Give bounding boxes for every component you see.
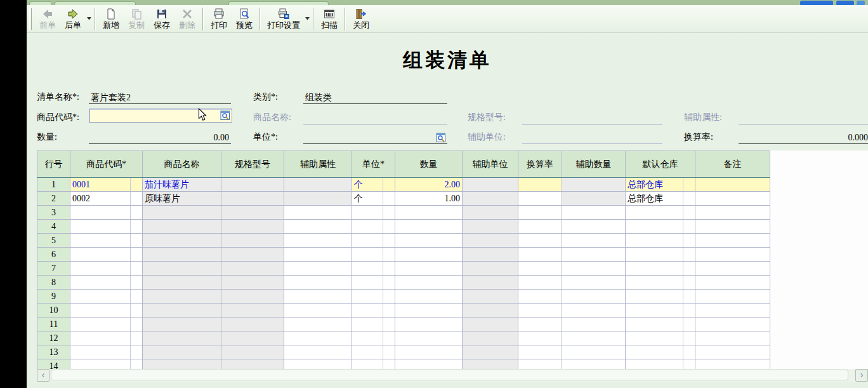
cell-code[interactable] bbox=[70, 206, 143, 220]
cell-warehouse[interactable] bbox=[626, 331, 695, 345]
cell-unit[interactable]: 个 bbox=[352, 192, 395, 206]
cell-qty[interactable] bbox=[395, 206, 463, 220]
cell-row_no[interactable]: 11 bbox=[37, 318, 70, 331]
lookup-magnifier-icon[interactable] bbox=[220, 110, 230, 121]
cell-spec[interactable] bbox=[221, 331, 284, 345]
cell-row_no[interactable]: 1 bbox=[37, 178, 70, 192]
list-name-field[interactable]: 薯片套装2 bbox=[89, 91, 231, 104]
cell-qty[interactable] bbox=[395, 262, 463, 276]
cell-name[interactable]: 原味薯片 bbox=[143, 192, 221, 206]
cell-aux_qty[interactable] bbox=[562, 290, 626, 304]
cell-code[interactable] bbox=[70, 276, 143, 290]
cell-row_no[interactable]: 7 bbox=[37, 262, 70, 276]
cell-unit[interactable] bbox=[352, 262, 395, 276]
cell-unit[interactable] bbox=[352, 276, 395, 290]
cell-name[interactable] bbox=[143, 276, 221, 290]
scrollbar-track[interactable] bbox=[49, 369, 855, 382]
item-code-input[interactable] bbox=[89, 109, 232, 123]
cell-aux_qty[interactable] bbox=[562, 345, 626, 359]
cell-aux_unit[interactable] bbox=[463, 178, 518, 192]
cell-rate[interactable] bbox=[518, 276, 562, 290]
cell-name[interactable] bbox=[143, 206, 221, 220]
cell-unit[interactable] bbox=[352, 304, 395, 318]
cell-aux_unit[interactable] bbox=[463, 192, 518, 206]
cell-warehouse[interactable] bbox=[626, 359, 695, 370]
cell-spec[interactable] bbox=[221, 248, 284, 262]
cell-name[interactable] bbox=[143, 359, 221, 370]
cell-aux_qty[interactable] bbox=[562, 359, 626, 370]
col-header-aux_qty[interactable]: 辅助数量 bbox=[562, 151, 626, 178]
cell-rate[interactable] bbox=[518, 192, 562, 206]
cell-note[interactable] bbox=[695, 220, 770, 234]
cell-rate[interactable] bbox=[518, 290, 562, 304]
cell-rate[interactable] bbox=[518, 220, 562, 234]
print-settings-button[interactable]: 打印设置 bbox=[263, 6, 304, 32]
cell-qty[interactable]: 1.00 bbox=[395, 192, 463, 206]
new-button[interactable]: 新增 bbox=[98, 6, 124, 32]
horizontal-scrollbar[interactable]: ‹ › bbox=[37, 369, 868, 382]
preview-button[interactable]: 预览 bbox=[232, 6, 257, 32]
cell-code[interactable]: 0001 bbox=[70, 178, 143, 192]
cell-qty[interactable] bbox=[395, 331, 463, 345]
next-doc-button[interactable]: 后单 bbox=[60, 6, 86, 32]
col-header-qty[interactable]: 数量 bbox=[395, 151, 463, 178]
unit-lookup-icon[interactable] bbox=[436, 133, 446, 143]
cell-warehouse[interactable] bbox=[626, 318, 695, 331]
print-settings-dropdown[interactable] bbox=[304, 6, 310, 32]
cell-spec[interactable] bbox=[221, 262, 284, 276]
cell-aux_attr[interactable] bbox=[284, 248, 352, 262]
cell-qty[interactable] bbox=[395, 220, 463, 234]
cell-qty[interactable] bbox=[395, 234, 463, 248]
cell-row_no[interactable]: 13 bbox=[37, 345, 70, 359]
cell-rate[interactable] bbox=[518, 331, 562, 345]
scan-button[interactable]: 扫描 bbox=[317, 6, 342, 32]
col-header-aux_unit[interactable]: 辅助单位 bbox=[463, 151, 518, 178]
cell-warehouse[interactable] bbox=[626, 304, 695, 318]
cell-aux_qty[interactable] bbox=[562, 220, 626, 234]
cell-note[interactable] bbox=[695, 262, 770, 276]
cell-name[interactable]: 茄汁味薯片 bbox=[143, 178, 221, 192]
cell-qty[interactable] bbox=[395, 304, 463, 318]
cell-code[interactable] bbox=[70, 220, 143, 234]
cell-row_no[interactable]: 14 bbox=[37, 359, 70, 370]
cell-warehouse[interactable] bbox=[626, 206, 695, 220]
cell-rate[interactable] bbox=[518, 345, 562, 359]
cell-qty[interactable] bbox=[395, 248, 463, 262]
cell-spec[interactable] bbox=[221, 290, 284, 304]
cell-aux_unit[interactable] bbox=[463, 234, 518, 248]
cell-unit[interactable] bbox=[352, 318, 395, 331]
cell-aux_attr[interactable] bbox=[284, 206, 352, 220]
cell-rate[interactable] bbox=[518, 248, 562, 262]
cell-note[interactable] bbox=[695, 345, 770, 359]
cell-note[interactable] bbox=[695, 248, 770, 262]
col-header-spec[interactable]: 规格型号 bbox=[221, 151, 284, 178]
cell-aux_attr[interactable] bbox=[284, 318, 352, 331]
cell-aux_qty[interactable] bbox=[562, 192, 626, 206]
cell-name[interactable] bbox=[143, 318, 221, 331]
cell-aux_unit[interactable] bbox=[463, 206, 518, 220]
cell-spec[interactable] bbox=[221, 234, 284, 248]
cell-rate[interactable] bbox=[518, 359, 562, 370]
cell-note[interactable] bbox=[695, 192, 770, 206]
cell-aux_attr[interactable] bbox=[284, 331, 352, 345]
cell-code[interactable] bbox=[70, 318, 143, 331]
cell-spec[interactable] bbox=[221, 178, 284, 192]
cell-rate[interactable] bbox=[518, 206, 562, 220]
cell-aux_qty[interactable] bbox=[562, 178, 626, 192]
next-doc-dropdown[interactable] bbox=[86, 6, 92, 32]
cell-aux_unit[interactable] bbox=[463, 331, 518, 345]
cell-rate[interactable] bbox=[518, 262, 562, 276]
cell-aux_unit[interactable] bbox=[463, 290, 518, 304]
cell-name[interactable] bbox=[143, 220, 221, 234]
cell-row_no[interactable]: 9 bbox=[37, 290, 70, 304]
col-header-name[interactable]: 商品名称 bbox=[143, 151, 221, 178]
cell-aux_attr[interactable] bbox=[284, 290, 352, 304]
cell-aux_attr[interactable] bbox=[284, 359, 352, 370]
cell-note[interactable] bbox=[695, 331, 770, 345]
cell-note[interactable] bbox=[695, 318, 770, 331]
cell-spec[interactable] bbox=[221, 359, 284, 370]
cell-spec[interactable] bbox=[221, 318, 284, 331]
cell-spec[interactable] bbox=[221, 192, 284, 206]
cell-unit[interactable] bbox=[352, 290, 395, 304]
cell-aux_attr[interactable] bbox=[284, 345, 352, 359]
